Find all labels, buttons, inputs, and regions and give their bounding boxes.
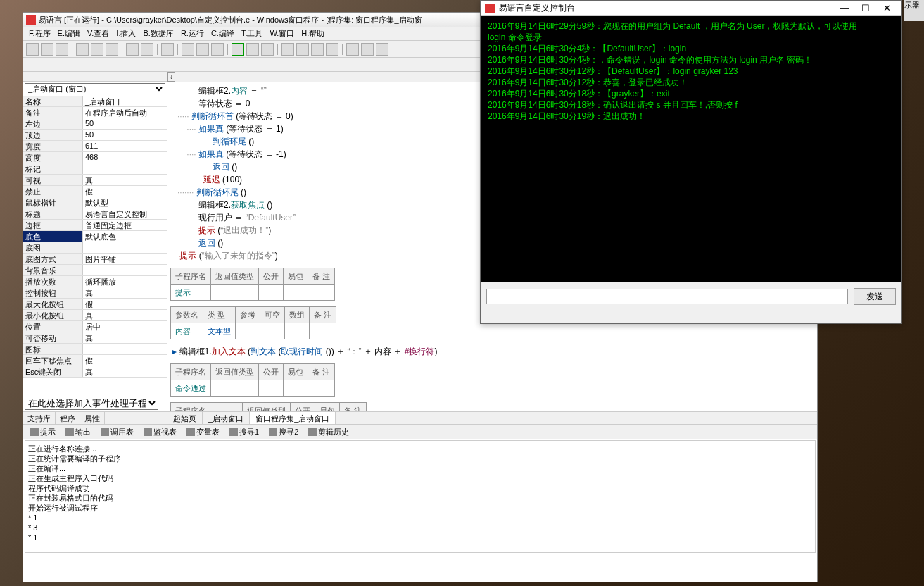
var-icon	[186, 428, 195, 436]
menu-db[interactable]: B.数据库	[140, 27, 176, 40]
property-row[interactable]: 可视真	[23, 175, 167, 186]
property-row[interactable]: 高度468	[23, 152, 167, 163]
property-row[interactable]: 底色默认底色	[23, 231, 167, 242]
property-row[interactable]: 可否移动真	[23, 332, 167, 344]
bottom-tab-search1[interactable]: 搜寻1	[225, 425, 263, 439]
property-row[interactable]: 位置居中	[23, 321, 167, 332]
bottom-tab-calltable[interactable]: 调用表	[96, 425, 138, 439]
step-out-icon[interactable]	[311, 43, 324, 56]
menu-view[interactable]: V.查看	[84, 27, 112, 40]
run-icon[interactable]	[232, 43, 244, 56]
property-row[interactable]: 图标	[23, 344, 167, 355]
menu-tools[interactable]: T.工具	[239, 27, 266, 40]
window-combo[interactable]: _启动窗口 (窗口)	[25, 83, 165, 94]
find-icon[interactable]	[161, 43, 174, 56]
info-icon	[30, 428, 39, 436]
property-grid[interactable]: 名称_启动窗口备注在程序启动后自动左边50顶边50宽度611高度468标记可视真…	[23, 96, 167, 395]
send-button[interactable]: 发送	[854, 288, 896, 305]
pause-icon[interactable]	[246, 43, 259, 56]
property-row[interactable]: 标记	[23, 163, 167, 175]
code-tabs: 起始页 _启动窗口 窗口程序集_启动窗口	[167, 411, 817, 424]
menu-file[interactable]: F.程序	[26, 27, 53, 40]
menu-compile[interactable]: C.编译	[208, 27, 237, 40]
subroutine-table-3: 子程序名返回值类型公开易包备 注 编辑框2_按下某键逻辑型	[170, 402, 367, 411]
bottom-tab-vars[interactable]: 变量表	[182, 425, 224, 439]
breakpoint-icon[interactable]	[326, 43, 338, 56]
subroutine-table-1: 子程序名返回值类型公开易包备 注 提示	[170, 268, 335, 301]
property-row[interactable]: 边框普通固定边框	[23, 220, 167, 231]
property-row[interactable]: Esc键关闭真	[23, 366, 167, 378]
param-table-1: 参数名类 型参考可空数组备 注 内容文本型	[170, 306, 336, 339]
property-row[interactable]: 底图	[23, 242, 167, 254]
menu-insert[interactable]: I.插入	[113, 27, 139, 40]
property-row[interactable]: 标题易语言自定义控制	[23, 208, 167, 220]
history-icon	[308, 428, 317, 436]
step-into-icon[interactable]	[296, 43, 309, 56]
paste-icon[interactable]	[106, 43, 118, 56]
menu-help[interactable]: H.帮助	[298, 27, 327, 40]
bottom-tab-output[interactable]: 输出	[61, 425, 95, 439]
bottom-tabs: 提示 输出 调用表 监视表 变量表 搜寻1 搜寻2 剪辑历史	[23, 425, 817, 439]
property-row[interactable]: 禁止假	[23, 186, 167, 197]
redo-icon[interactable]	[141, 43, 153, 56]
property-row[interactable]: 最大化按钮假	[23, 299, 167, 310]
search-icon	[269, 428, 277, 436]
console-title: 易语言自定义控制台	[499, 2, 575, 14]
console-titlebar[interactable]: 易语言自定义控制台 — ☐ ✕	[481, 1, 901, 16]
layout3-icon[interactable]	[211, 43, 224, 56]
bottom-tab-search2[interactable]: 搜寻2	[265, 425, 303, 439]
console-input-row: 发送	[481, 282, 901, 311]
menu-run[interactable]: R.运行	[178, 27, 207, 40]
save-icon[interactable]	[56, 43, 68, 56]
ide-title: 易语言 [正在运行] - C:\Users\grayker\Desktop\自定…	[39, 15, 422, 25]
maximize-icon[interactable]: ☐	[855, 3, 876, 13]
close-icon[interactable]: ✕	[876, 3, 897, 13]
property-row[interactable]: 名称_启动窗口	[23, 96, 167, 107]
bottom-panel: 提示 输出 调用表 监视表 变量表 搜寻1 搜寻2 剪辑历史 正在进行名称连接.…	[23, 424, 817, 553]
bottom-tab-cliphistory[interactable]: 剪辑历史	[304, 425, 353, 439]
app-icon	[26, 15, 36, 25]
console-input[interactable]	[486, 289, 848, 304]
tool-a-icon[interactable]	[346, 43, 359, 56]
tool-b-icon[interactable]	[361, 43, 374, 56]
menu-edit[interactable]: E.编辑	[55, 27, 83, 40]
property-row[interactable]: 左边50	[23, 118, 167, 130]
property-row[interactable]: 最小化按钮真	[23, 310, 167, 321]
property-row[interactable]: 控制按钮真	[23, 287, 167, 299]
stop-icon[interactable]	[261, 43, 274, 56]
console-app-icon	[485, 4, 495, 13]
new-icon[interactable]	[26, 43, 39, 56]
layout1-icon[interactable]	[182, 43, 194, 56]
copy-icon[interactable]	[91, 43, 103, 56]
property-row[interactable]: 备注在程序启动后自动	[23, 107, 167, 118]
layout2-icon[interactable]	[196, 43, 209, 56]
property-row[interactable]: 背景音乐	[23, 265, 167, 276]
cut-icon[interactable]	[76, 43, 89, 56]
console-output: 2016年9月14日6时29分59秒：您现在的用户组为 Default ，用户名…	[481, 16, 901, 282]
property-row[interactable]: 播放次数循环播放	[23, 276, 167, 287]
property-row[interactable]: 宽度611	[23, 141, 167, 152]
tab-main-window[interactable]: _启动窗口	[203, 412, 250, 424]
watch-icon	[144, 428, 152, 436]
tab-code-set[interactable]: 窗口程序集_启动窗口	[250, 412, 336, 424]
property-row[interactable]: 顶边50	[23, 130, 167, 141]
bottom-tab-watch[interactable]: 监视表	[139, 425, 181, 439]
tool-c-icon[interactable]	[376, 43, 388, 56]
step-over-icon[interactable]	[281, 43, 294, 56]
tab-start-page[interactable]: 起始页	[167, 412, 203, 424]
event-combo[interactable]: 在此处选择加入事件处理子程序	[25, 397, 158, 410]
output-console[interactable]: 正在进行名称连接...正在统计需要编译的子程序正在编译...正在生成主程序入口代…	[25, 440, 816, 553]
tab-program[interactable]: 程序	[56, 412, 80, 424]
property-row[interactable]: 鼠标指针默认型	[23, 197, 167, 208]
property-row[interactable]: 回车下移焦点假	[23, 355, 167, 366]
undo-icon[interactable]	[126, 43, 139, 56]
open-icon[interactable]	[41, 43, 53, 56]
output-icon	[65, 428, 74, 436]
minimize-icon[interactable]: —	[834, 3, 855, 13]
menu-window[interactable]: W.窗口	[267, 27, 297, 40]
subroutine-table-2: 子程序名返回值类型公开易包备 注 命令通过	[170, 363, 335, 397]
property-row[interactable]: 底图方式图片平铺	[23, 254, 167, 265]
tab-properties[interactable]: 属性	[80, 412, 105, 424]
bottom-tab-tips[interactable]: 提示	[26, 425, 60, 439]
tab-support-lib[interactable]: 支持库	[23, 412, 56, 424]
